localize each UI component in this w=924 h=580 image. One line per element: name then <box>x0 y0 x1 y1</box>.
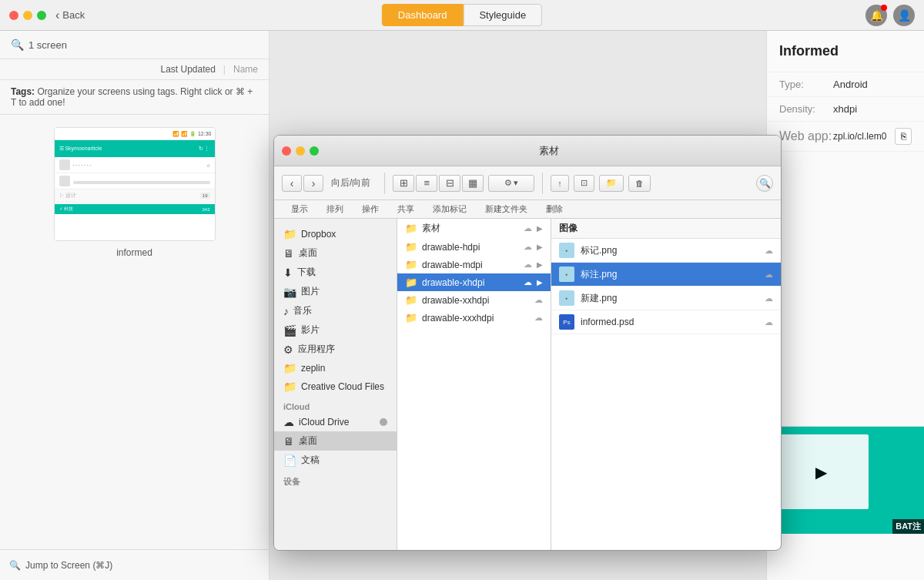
sidebar-item-documents[interactable]: 📄 文稿 <box>274 451 397 470</box>
finder-sort-button[interactable]: ⚙▾ <box>488 175 534 192</box>
file-label-xinjian: 新建.png <box>581 292 617 305</box>
cloud-icon-xhdpi: ☁ <box>524 277 532 287</box>
sidebar-item-creative-cloud[interactable]: 📁 Creative Cloud Files <box>274 377 397 396</box>
sidebar-item-movies[interactable]: 🎬 影片 <box>274 320 397 340</box>
tags-label: Tags: <box>11 86 35 97</box>
sidebar-item-downloads[interactable]: ⬇ 下载 <box>274 263 397 282</box>
col1-item-sucai[interactable]: 📁 素材 ☁ ▶ <box>397 219 551 238</box>
type-val: Android <box>833 79 868 90</box>
cloud-icon-xinjian: ☁ <box>765 293 773 303</box>
screen-thumb-container[interactable]: 📶 📶 🔋 12:30 ☰ Skymoonarticle ↻ ⋮ - - - -… <box>0 115 269 270</box>
icloud-badge <box>380 418 387 426</box>
tags-hint: Organize your screens using tags. Right … <box>11 86 253 108</box>
finder-view-list[interactable]: ≡ <box>416 175 437 192</box>
file-label-biaozhu: 标注.png <box>581 268 617 281</box>
pictures-icon: 📷 <box>283 286 296 298</box>
finder-view-cover[interactable]: ▦ <box>462 175 484 192</box>
desktop2-icon: 🖥 <box>283 435 294 448</box>
finder-delete-button[interactable]: 🗑 <box>628 175 651 192</box>
finder-title-bar: 素材 <box>274 136 781 166</box>
sidebar-item-desktop[interactable]: 🖥 桌面 <box>274 243 397 263</box>
sidebar-item-icloud-drive[interactable]: ☁ iCloud Drive <box>274 413 397 431</box>
finder-newfolder-button[interactable]: 📁 <box>599 175 624 192</box>
top-right-icons: 🔔 👤 <box>865 5 915 26</box>
finder-search-button[interactable]: 🔍 <box>756 175 773 192</box>
cloud-icon-xxxhdpi: ☁ <box>534 313 543 323</box>
sidebar-item-music[interactable]: ♪ 音乐 <box>274 301 397 320</box>
type-row: Type: Android <box>767 72 924 97</box>
col1-item-xxxhdpi[interactable]: 📁 drawable-xxxhdpi ☁ <box>397 309 551 327</box>
tab-styleguide[interactable]: Styleguide <box>463 4 542 26</box>
sidebar-item-desktop-icloud[interactable]: 🖥 桌面 <box>274 431 397 451</box>
tags-bar: Tags: Organize your screens using tags. … <box>0 80 269 115</box>
finder-label-delete[interactable]: 删除 <box>537 203 572 215</box>
arrow-icon-mdpi: ▶ <box>537 260 543 269</box>
density-val: xhdpi <box>833 103 857 115</box>
col2-item-informed-psd[interactable]: Ps informed.psd ☁ <box>551 310 781 334</box>
finder-close[interactable] <box>282 146 291 156</box>
sidebar-item-zeplin[interactable]: 📁 zeplin <box>274 359 397 377</box>
finder-forward-btn[interactable]: › <box>303 175 323 192</box>
downloads-icon: ⬇ <box>283 267 293 279</box>
finder-maximize[interactable] <box>310 146 319 156</box>
minimize-button[interactable] <box>23 11 32 20</box>
webapp-val: zpl.io/cl.lem0 <box>833 131 895 142</box>
nav-tabs: Dashboard Styleguide <box>382 4 542 26</box>
copy-link-button[interactable]: ⎘ <box>895 128 912 145</box>
sidebar-item-apps[interactable]: ⚙ 应用程序 <box>274 340 397 359</box>
creative-cloud-icon: 📁 <box>283 381 296 393</box>
jump-to-screen-label[interactable]: Jump to Screen (⌘J) <box>25 560 112 571</box>
finder-minimize[interactable] <box>296 146 305 156</box>
finder-view-column[interactable]: ⊟ <box>439 175 460 192</box>
documents-icon: 📄 <box>283 454 296 467</box>
finder-back-btn[interactable]: ‹ <box>282 175 302 192</box>
sort-bar: Last Updated | Name <box>0 59 269 80</box>
screen-count: 1 screen <box>28 39 67 51</box>
col2-item-xinjian[interactable]: ▪ 新建.png ☁ <box>551 287 781 310</box>
col2-item-biaoji[interactable]: ▪ 标记.png ☁ <box>551 239 781 263</box>
sidebar-item-pictures[interactable]: 📷 图片 <box>274 282 397 301</box>
icloud-drive-icon: ☁ <box>283 416 294 428</box>
finder-label-action[interactable]: 操作 <box>353 203 388 215</box>
col1-item-mdpi[interactable]: 📁 drawable-mdpi ☁ ▶ <box>397 256 551 273</box>
tab-dashboard[interactable]: Dashboard <box>382 4 464 26</box>
finder-body: 📁 Dropbox 🖥 桌面 ⬇ 下载 📷 图片 ♪ 音乐 🎬 影片 <box>274 219 781 550</box>
finder-label-display[interactable]: 显示 <box>282 203 317 215</box>
back-label: Back <box>62 9 85 21</box>
col2-item-biaozhu[interactable]: ▪ 标注.png ☁ <box>551 263 781 287</box>
finder-sidebar: 📁 Dropbox 🖥 桌面 ⬇ 下载 📷 图片 ♪ 音乐 🎬 影片 <box>274 219 397 550</box>
finder-label-sort[interactable]: 排列 <box>317 203 353 215</box>
sidebar-item-dropbox[interactable]: 📁 Dropbox <box>274 225 397 243</box>
finder-toolbar-sep2 <box>542 173 543 194</box>
finder-modal: 素材 ‹ › 向后/向前 ⊞ ≡ ⊟ ▦ ⚙▾ ↑ ⊡ 📁 🗑 🔍 <box>273 135 782 551</box>
folder-icon-hdpi: 📁 <box>405 241 417 253</box>
finder-label-share[interactable]: 共享 <box>388 203 424 215</box>
finder-share-button[interactable]: ↑ <box>551 175 569 192</box>
finder-copy-button[interactable]: ⊡ <box>574 175 594 192</box>
folder-icon-xxxhdpi: 📁 <box>405 312 417 324</box>
col1-item-xhdpi[interactable]: 📁 drawable-xhdpi ☁ ▶ <box>397 273 551 291</box>
file-thumb-psd: Ps <box>559 314 574 330</box>
back-button[interactable]: ‹ Back <box>55 8 85 22</box>
col1-item-hdpi[interactable]: 📁 drawable-hdpi ☁ ▶ <box>397 238 551 256</box>
movies-icon: 🎬 <box>283 324 296 337</box>
close-button[interactable] <box>9 11 18 20</box>
arrow-icon-hdpi: ▶ <box>537 243 543 251</box>
webapp-key: Web app: <box>779 129 833 143</box>
webapp-row: Web app: zpl.io/cl.lem0 ⎘ <box>767 122 924 152</box>
left-panel: 🔍 1 screen Last Updated | Name Tags: Org… <box>0 31 270 580</box>
screen-thumbnail[interactable]: 📶 📶 🔋 12:30 ☰ Skymoonarticle ↻ ⋮ - - - -… <box>54 127 216 241</box>
search-icon-bottom: 🔍 <box>9 560 21 571</box>
sort-name[interactable]: Name <box>233 64 258 75</box>
finder-traffic-lights <box>282 146 319 156</box>
maximize-button[interactable] <box>37 11 46 20</box>
density-key: Density: <box>779 103 833 115</box>
finder-label-tag[interactable]: 添加标记 <box>424 203 476 215</box>
notification-icon[interactable]: 🔔 <box>865 5 887 26</box>
sort-last-updated[interactable]: Last Updated <box>160 64 215 75</box>
dropbox-icon: 📁 <box>283 228 296 240</box>
finder-view-icon[interactable]: ⊞ <box>393 175 414 192</box>
user-avatar[interactable]: 👤 <box>893 5 915 26</box>
finder-label-newfolder[interactable]: 新建文件夹 <box>476 203 537 215</box>
col1-item-xxhdpi[interactable]: 📁 drawable-xxhdpi ☁ <box>397 291 551 309</box>
